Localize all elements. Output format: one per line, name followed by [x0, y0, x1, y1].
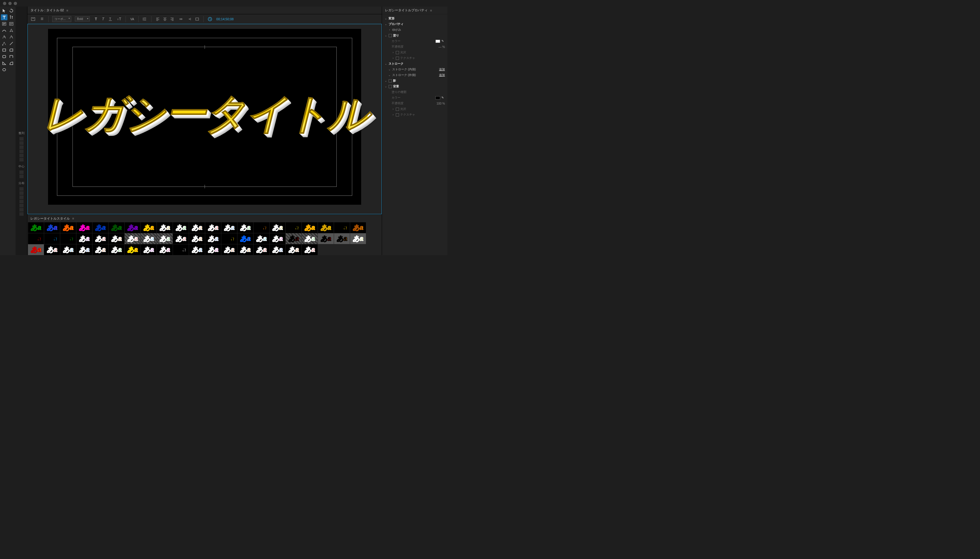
style-swatch[interactable]: あa	[44, 222, 60, 233]
background-section[interactable]: 背景	[393, 84, 445, 89]
style-swatch[interactable]: あa	[334, 222, 350, 233]
vertical-type-tool[interactable]	[8, 14, 15, 20]
style-swatch[interactable]: あa	[125, 233, 141, 244]
style-swatch[interactable]: あa	[254, 244, 269, 255]
style-swatch[interactable]: あa	[76, 244, 92, 255]
style-swatch[interactable]: あa	[318, 222, 334, 233]
convert-anchor-tool[interactable]	[1, 41, 7, 46]
canvas-area[interactable]: レガシータイトル レガシータイトル レガシータイトル レガシータイトル	[27, 24, 382, 214]
background-checkbox[interactable]	[389, 85, 392, 88]
dist-btn-3[interactable]	[19, 195, 23, 199]
dist-btn-6[interactable]	[19, 208, 23, 212]
style-swatch[interactable]: あa	[44, 244, 60, 255]
style-swatch[interactable]: あa	[44, 233, 60, 244]
close-dot[interactable]	[3, 2, 6, 5]
rotate-tool[interactable]	[8, 8, 15, 14]
style-swatch[interactable]: あa	[76, 233, 92, 244]
wedge-tool[interactable]	[1, 60, 7, 66]
style-swatch[interactable]: あa	[28, 222, 44, 233]
style-swatch[interactable]: あa	[173, 222, 189, 233]
fill-checkbox[interactable]	[389, 34, 392, 37]
style-swatch[interactable]: あa	[302, 233, 318, 244]
rectangle-tool[interactable]	[1, 47, 7, 53]
dist-btn-4[interactable]	[19, 200, 23, 203]
kerning-icon[interactable]: VA	[129, 17, 135, 22]
add-outer-stroke[interactable]: 追加	[439, 73, 445, 77]
style-swatch[interactable]: あa	[109, 244, 124, 255]
twisty-icon[interactable]: ⌄	[385, 79, 387, 82]
opacity-value[interactable]: — %	[438, 45, 445, 49]
template-icon[interactable]	[30, 17, 36, 22]
texture-checkbox[interactable]	[396, 56, 399, 60]
align-btn-2[interactable]	[19, 141, 23, 145]
style-swatch[interactable]: あa	[334, 233, 350, 244]
sheen-row[interactable]: 光沢	[400, 50, 445, 55]
style-swatch[interactable]: あa	[270, 244, 285, 255]
style-swatch[interactable]: あa	[157, 222, 172, 233]
style-swatch[interactable]: あa	[221, 244, 237, 255]
style-swatch[interactable]: あa	[205, 222, 221, 233]
italic-icon[interactable]: T	[101, 17, 106, 22]
clipped-rectangle-tool[interactable]	[8, 47, 15, 53]
bg-opacity-value[interactable]: 100 %	[437, 102, 445, 105]
style-swatch[interactable]: あa	[93, 244, 108, 255]
bg-texture-checkbox[interactable]	[396, 113, 399, 116]
rounded-rectangle-tool[interactable]	[1, 54, 7, 60]
style-swatch[interactable]: あa	[60, 222, 76, 233]
style-swatch[interactable]: あa	[221, 222, 237, 233]
align-btn-3[interactable]	[19, 146, 23, 149]
style-swatch[interactable]: あa	[270, 222, 285, 233]
style-swatch[interactable]: あa	[76, 222, 92, 233]
style-swatch[interactable]: あa	[173, 233, 189, 244]
dist-btn-5[interactable]	[19, 204, 23, 207]
pen-tool[interactable]	[8, 27, 15, 33]
style-swatch[interactable]: あa	[141, 222, 157, 233]
ellipse-tool[interactable]	[1, 67, 7, 73]
style-swatch[interactable]: あa	[318, 233, 334, 244]
style-swatch[interactable]: あa	[157, 244, 172, 255]
twisty-icon[interactable]: ⌄	[385, 17, 387, 20]
bg-sheen-checkbox[interactable]	[396, 108, 399, 111]
style-swatch[interactable]: あa	[302, 222, 318, 233]
align-center-icon[interactable]	[162, 17, 167, 22]
eyedropper-icon[interactable]: ✎	[441, 39, 445, 43]
style-swatch[interactable]: あa	[109, 233, 124, 244]
type-tool[interactable]	[1, 14, 7, 20]
add-anchor-tool[interactable]	[1, 34, 7, 40]
timecode[interactable]: 00;14;50;08	[216, 17, 234, 21]
twisty-icon[interactable]: ⌄	[385, 85, 387, 88]
show-video-icon[interactable]	[187, 17, 193, 22]
title-text-object[interactable]: レガシータイトル レガシータイトル レガシータイトル レガシータイトル	[42, 86, 368, 142]
twisty-icon[interactable]: ›	[391, 51, 395, 54]
style-swatch[interactable]: あa	[93, 222, 108, 233]
twisty-icon[interactable]: ⌄	[388, 68, 391, 71]
style-swatch[interactable]: あa	[237, 233, 253, 244]
align-left-icon[interactable]	[155, 17, 161, 22]
style-swatch[interactable]: あa	[270, 233, 285, 244]
align-btn-4[interactable]	[19, 150, 23, 153]
transform-section[interactable]: 変形	[389, 17, 445, 21]
show-bg-icon[interactable]	[194, 17, 200, 22]
style-swatch[interactable]: あa	[141, 233, 157, 244]
center-btn-2[interactable]	[19, 175, 23, 178]
style-swatch[interactable]: あa	[350, 233, 366, 244]
underline-icon[interactable]: T	[108, 17, 113, 22]
style-swatch[interactable]: あa	[157, 233, 172, 244]
bold-icon[interactable]: T	[93, 17, 99, 22]
dist-btn-1[interactable]	[19, 187, 23, 191]
style-swatch[interactable]: あa	[189, 233, 205, 244]
sheen-checkbox[interactable]	[396, 51, 399, 54]
round-corner-tool[interactable]	[8, 54, 15, 60]
shadow-checkbox[interactable]	[389, 79, 392, 83]
align-btn-1[interactable]	[19, 137, 23, 141]
zoom-dot[interactable]	[14, 2, 17, 5]
style-swatch[interactable]: あa	[125, 244, 141, 255]
twisty-icon[interactable]: ›	[391, 108, 395, 111]
roll-crawl-icon[interactable]	[39, 17, 45, 22]
style-swatch[interactable]: あa	[350, 222, 366, 233]
selection-tool[interactable]	[1, 8, 7, 14]
font-family-dropdown[interactable]: コーポ...	[52, 16, 71, 22]
style-swatch[interactable]: あa	[60, 233, 76, 244]
clock-icon[interactable]	[207, 17, 213, 22]
styles-menu-icon[interactable]: ≡	[72, 217, 74, 220]
